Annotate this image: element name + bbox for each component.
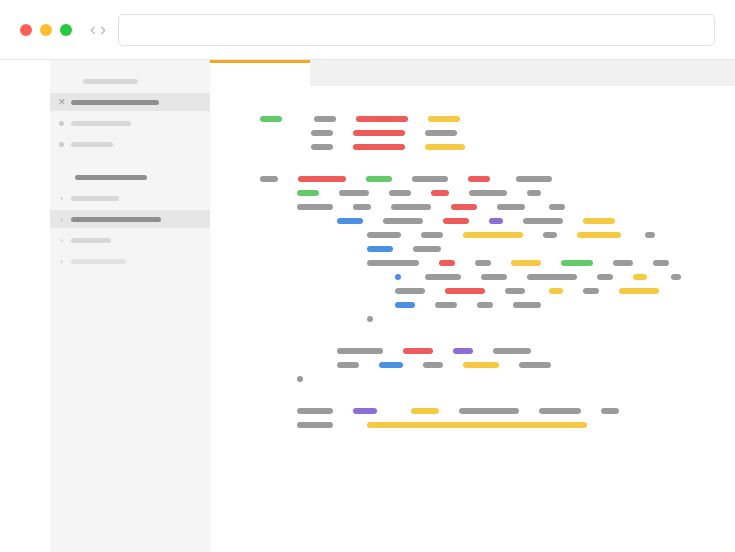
code-token [367, 316, 373, 322]
code-token [453, 348, 473, 354]
code-line [260, 158, 735, 168]
code-token [497, 204, 525, 210]
code-token [353, 408, 377, 414]
code-token [383, 218, 423, 224]
code-token [337, 362, 359, 368]
code-line [260, 130, 735, 136]
code-line [260, 260, 735, 266]
back-button[interactable]: ‹ [90, 19, 96, 40]
code-token [439, 260, 455, 266]
toolbar: ‹ › [0, 0, 735, 60]
code-token [425, 274, 461, 280]
code-line [260, 288, 735, 294]
code-line [260, 408, 735, 414]
code-line [260, 218, 735, 224]
code-token [367, 246, 393, 252]
bullet-icon [58, 120, 65, 127]
code-token [601, 408, 619, 414]
sidebar-item[interactable] [50, 168, 210, 186]
minimize-icon[interactable] [40, 24, 52, 36]
code-token [459, 408, 519, 414]
code-token [561, 260, 593, 266]
code-token [583, 288, 599, 294]
code-token [425, 144, 465, 150]
code-token [425, 130, 457, 136]
code-token [443, 218, 469, 224]
close-icon: ✕ [58, 99, 65, 106]
code-token [445, 288, 485, 294]
sidebar-item-label [71, 217, 161, 222]
code-token [511, 260, 541, 266]
code-token [633, 274, 647, 280]
code-token [613, 260, 633, 266]
code-token [421, 232, 443, 238]
code-token [463, 362, 499, 368]
tab-inactive[interactable] [310, 60, 735, 86]
chevron-right-icon: › [58, 216, 65, 223]
code-token [597, 274, 613, 280]
code-token [451, 204, 477, 210]
code-token [339, 190, 369, 196]
code-token [469, 190, 507, 196]
code-token [297, 204, 333, 210]
code-line [260, 390, 735, 400]
code-token [298, 176, 346, 182]
code-token [543, 232, 557, 238]
code-token [523, 218, 563, 224]
code-token [468, 176, 490, 182]
code-line [260, 316, 735, 322]
sidebar-item[interactable]: › [50, 252, 210, 270]
code-token [411, 408, 439, 414]
code-line [260, 362, 735, 368]
code-token [527, 274, 577, 280]
code-line [260, 190, 735, 196]
sidebar-item[interactable] [50, 114, 210, 132]
code-token [395, 274, 401, 280]
code-token [519, 362, 551, 368]
sidebar-item[interactable]: ✕ [50, 93, 210, 111]
forward-button[interactable]: › [100, 19, 106, 40]
sidebar-item-label [71, 196, 119, 201]
code-token [413, 246, 441, 252]
code-token [489, 218, 503, 224]
sidebar-item-label [71, 121, 131, 126]
sidebar-item[interactable] [50, 135, 210, 153]
address-bar[interactable] [118, 14, 715, 46]
tab-active[interactable] [210, 60, 310, 86]
chevron-right-icon: › [58, 195, 65, 202]
sidebar-item[interactable]: › [50, 231, 210, 249]
code-token [516, 176, 552, 182]
code-line [260, 232, 735, 238]
sidebar-item-label [71, 100, 159, 105]
code-token [311, 130, 333, 136]
code-token [513, 302, 541, 308]
close-icon[interactable] [20, 24, 32, 36]
code-token [505, 288, 525, 294]
sidebar-item[interactable]: › [50, 189, 210, 207]
window-controls [20, 24, 72, 36]
code-token [577, 232, 621, 238]
sidebar-item[interactable] [50, 72, 210, 90]
chevron-right-icon: › [58, 258, 65, 265]
code-token [549, 288, 563, 294]
code-token [493, 348, 531, 354]
code-token [391, 204, 431, 210]
maximize-icon[interactable] [60, 24, 72, 36]
code-token [356, 116, 408, 122]
sidebar: ✕›››› [50, 60, 210, 552]
code-token [412, 176, 448, 182]
sidebar-item-label [71, 259, 126, 264]
code-line [260, 116, 735, 122]
code-token [389, 190, 411, 196]
code-token [527, 190, 541, 196]
code-token [403, 348, 433, 354]
sidebar-item[interactable]: › [50, 210, 210, 228]
code-token [367, 422, 587, 428]
code-token [423, 362, 443, 368]
code-token [366, 176, 392, 182]
content [210, 60, 735, 552]
code-token [260, 116, 282, 122]
code-line [260, 330, 735, 340]
code-token [353, 204, 371, 210]
code-line [260, 176, 735, 182]
